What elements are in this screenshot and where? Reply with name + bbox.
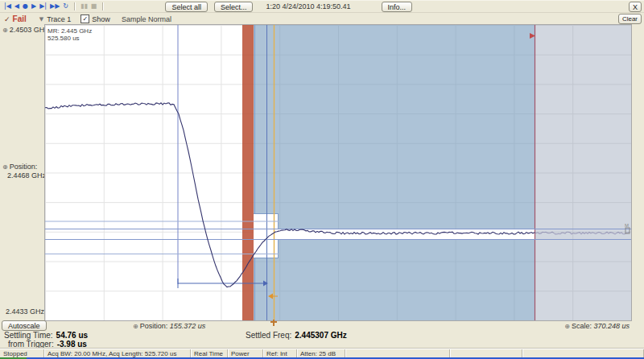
replay-icon[interactable]: ↻ [63, 2, 68, 10]
marker-readout-time: 525.580 us [47, 35, 92, 42]
skip-start-icon[interactable]: |◀ [4, 2, 11, 10]
top-toolbar: |◀◀●▶▶|▶▶↻ ▮▮■ Select all Select... 1:20… [0, 1, 644, 13]
step-back-icon[interactable]: ◀ [14, 2, 19, 10]
y-axis-position-value[interactable]: 2.4468 GHz [7, 171, 46, 180]
select-button[interactable]: Select... [214, 2, 254, 12]
y-axis-bottom-label: 2.4433 GHz [6, 307, 44, 316]
axis-anchor-icon: ⊕ [2, 163, 8, 171]
trace-toolbar: ✓ Fail ▼ Trace 1 ✓ Show Sample Normal Cl… [0, 13, 644, 25]
toolbar-separator-2 [102, 2, 103, 10]
settling-time-value: 54.76 us [56, 331, 88, 340]
from-trigger-value: -3.98 us [57, 340, 87, 349]
axis-anchor-icon: ⊕ [2, 27, 8, 34]
from-trigger-readout: from Trigger:-3.98 us [8, 340, 87, 349]
plot-area[interactable]: MR: 2.445 GHz 525.580 us M [44, 24, 632, 321]
close-button[interactable]: X [629, 2, 642, 12]
settled-freq-value: 2.445307 GHz [295, 331, 347, 340]
fast-forward-icon[interactable]: ▶▶ [50, 2, 60, 10]
skip-end-icon[interactable]: ▶| [39, 2, 47, 10]
play-icon[interactable]: ▶ [31, 2, 36, 10]
plot-svg: M [45, 25, 631, 320]
autoscale-button[interactable]: Autoscale [2, 320, 47, 331]
trace-selector[interactable]: Trace 1 [47, 15, 71, 23]
settle-marker-arrow-head [268, 294, 273, 299]
settling-time-arrow-head [263, 281, 268, 287]
fail-check-icon: ✓ [4, 15, 10, 23]
x-axis-position-value: 155.372 us [170, 322, 206, 330]
trace-path [45, 103, 535, 287]
marker-readout: MR: 2.445 GHz 525.580 us [47, 27, 92, 42]
record-icon[interactable]: ● [23, 2, 28, 10]
settled-freq-readout: Settled Freq:2.445307 GHz [246, 331, 347, 340]
settling-time-readout: Settling Time:54.76 us [4, 331, 88, 340]
marker-readout-freq: MR: 2.445 GHz [47, 27, 92, 35]
app-window: |◀◀●▶▶|▶▶↻ ▮▮■ Select all Select... 1:20… [0, 0, 644, 359]
x-axis-position-label[interactable]: ⊕Position: 155.372 us [133, 322, 205, 330]
show-checkbox-label: Show [92, 15, 110, 23]
stop-icon[interactable]: ■ [91, 2, 97, 10]
record-controls: ▮▮■ [79, 2, 98, 10]
y-axis-position-label[interactable]: ⊕Position: [2, 163, 37, 171]
show-checkbox[interactable]: ✓ [80, 14, 89, 23]
acquisition-timestamp: 1:20 4/24/2010 4:19:50.41 [266, 2, 350, 10]
toolbar-separator-1 [74, 2, 75, 10]
axis-anchor-icon: ⊕ [564, 323, 570, 330]
y-axis-top-label: ⊕2.4503 GHz [2, 26, 48, 34]
transport-controls: |◀◀●▶▶|▶▶↻ [2, 2, 70, 10]
pause-icon[interactable]: ▮▮ [80, 2, 88, 10]
select-all-button[interactable]: Select all [165, 2, 208, 12]
info-button[interactable]: Info... [382, 2, 413, 12]
x-axis-scale-value: 370.248 us [593, 322, 630, 330]
pass-fail-status: Fail [13, 14, 27, 23]
settle-marker-flag-bar [270, 321, 277, 323]
clear-button[interactable]: Clear [618, 14, 642, 24]
axis-anchor-icon: ⊕ [133, 323, 138, 330]
trace-path-faded [535, 232, 630, 234]
trace-marker-M-label: M [625, 223, 629, 228]
trace-dropdown-icon[interactable]: ▼ [39, 16, 43, 23]
x-axis-scale-label[interactable]: ⊕Scale: 370.248 us [564, 322, 630, 330]
sample-mode-label: Sample Normal [122, 15, 171, 23]
